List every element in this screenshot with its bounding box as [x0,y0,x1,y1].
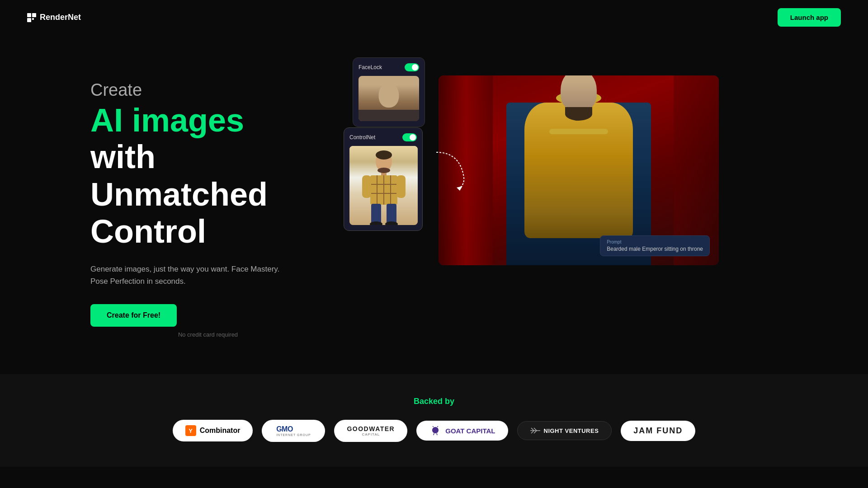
investor-ycombinator: Y Combinator [173,420,253,441]
logo-text: RenderNet [40,13,81,22]
gmo-logo: GMO INTERNET GROUP [276,425,311,436]
main-image-inner: Prompt Bearded male Emperor sitting on t… [439,75,719,265]
facelock-toggle[interactable] [405,63,419,71]
hero-create-label: Create [90,80,326,101]
ycombinator-name: Combinator [200,427,241,435]
night-icon [530,427,540,434]
controlnet-photo [349,146,418,225]
facelock-photo-inner [359,76,419,121]
svg-rect-2 [27,18,31,22]
hero-left: Create AI images with UnmatchedControl G… [90,62,326,338]
investors-row: Y Combinator GMO INTERNET GROUP GOODWATE… [27,420,841,442]
facelock-header: FaceLock [359,63,419,71]
svg-rect-14 [371,204,381,224]
launch-app-button[interactable]: Launch app [778,8,841,27]
hero-description: Generate images, just the way you want. … [90,263,289,287]
gmo-text: GMO [276,425,311,433]
svg-rect-3 [32,18,34,20]
arrow-icon [432,148,468,193]
facelock-label: FaceLock [359,64,382,70]
explore-section: Explore our powerful AI tools [0,467,868,488]
facelock-card: FaceLock [353,57,425,127]
prompt-text: Bearded male Emperor sitting on throne [607,246,703,252]
goodwater-logo: GOODWATER CAPITAL [347,425,395,436]
investor-gmo: GMO INTERNET GROUP [262,420,325,442]
hero-title-white: with UnmatchedControl [90,138,326,250]
night-text: NIGHT VENTURES [544,427,599,434]
backed-section: Backed by Y Combinator GMO INTERNET GROU… [0,374,868,467]
goodwater-sub: CAPITAL [347,432,395,436]
svg-rect-12 [362,175,371,198]
facelock-photo [359,76,419,121]
investor-goodwater: GOODWATER CAPITAL [334,420,407,442]
svg-rect-0 [27,13,31,17]
hero-title-green: AI images [90,103,326,138]
goat-icon [429,426,442,435]
backed-title: Backed by [27,397,841,406]
svg-rect-15 [387,204,396,224]
svg-point-18 [376,150,392,160]
jam-text: JAM FUND [633,426,683,436]
no-credit-text: No credit card required [90,331,326,338]
investor-jam: JAM FUND [621,421,695,441]
controlnet-card: ControlNet [344,127,423,231]
logo-icon [27,13,36,22]
prompt-badge: Prompt Bearded male Emperor sitting on t… [600,235,710,256]
hero-right: FaceLock ControlNet [353,57,841,283]
gmo-sub: INTERNET GROUP [276,433,311,436]
controlnet-header: ControlNet [349,133,417,141]
svg-rect-13 [396,175,406,198]
pose-figure [361,150,406,225]
ycombinator-icon: Y [185,425,196,436]
controlnet-label: ControlNet [349,134,375,141]
investor-night: NIGHT VENTURES [517,421,612,440]
svg-point-19 [377,168,390,173]
create-free-button[interactable]: Create for Free! [90,304,177,327]
investor-goat: GOAT CAPITAL [416,421,508,441]
controlnet-toggle[interactable] [402,133,417,141]
hero-section: Create AI images with UnmatchedControl G… [0,35,868,374]
svg-marker-20 [457,186,462,191]
main-hero-image: Prompt Bearded male Emperor sitting on t… [439,75,719,265]
goat-text: GOAT CAPITAL [445,427,495,435]
svg-rect-1 [32,13,36,17]
goodwater-text: GOODWATER [347,425,395,432]
logo[interactable]: RenderNet [27,13,81,22]
prompt-label: Prompt [607,239,703,244]
navbar: RenderNet Launch app [0,0,868,35]
